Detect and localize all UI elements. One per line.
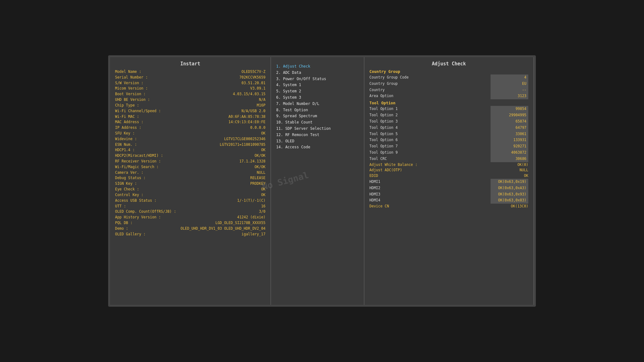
check-label: Country <box>369 87 385 93</box>
info-value: OLED_UHD_HDR_DV1_03 OLED_UHD_HDR_DV2_04 <box>180 226 265 232</box>
left-info-row: Camera Ver. :NULL <box>115 170 265 176</box>
info-label: App History Version : <box>115 215 161 220</box>
check-label: EDID <box>369 173 378 179</box>
check-row: Tool Option 199854 <box>369 106 528 112</box>
info-label: Wi-Fi/Magic Search : <box>115 164 158 170</box>
left-info-row: Model Name :OLED55C7V-Z <box>115 69 265 75</box>
info-value: LGTV20171=11001090785 <box>220 142 265 148</box>
check-row: Tool Option 365874 <box>369 118 528 125</box>
check-value: OK(0x63,0x19) <box>491 179 528 185</box>
left-info-row: RF Receiver Version :17.1.24.1328 <box>115 159 265 164</box>
right-panel-title: Adjust Check <box>369 61 528 67</box>
menu-item[interactable]: 5. System 2 <box>276 88 359 95</box>
menu-item[interactable]: 13. OLED <box>276 138 359 145</box>
check-row: HDMI4OK(0x63,0x83) <box>369 197 528 204</box>
check-label: Adjust ADC(OTP) <box>369 167 402 173</box>
menu-item[interactable]: 7. Model Number D/L <box>276 101 359 107</box>
menu-item[interactable]: 4. System 1 <box>276 82 359 88</box>
info-label: OLED Gallery : <box>115 232 146 237</box>
info-value: 0.0.0.0 <box>250 125 265 131</box>
left-info-row: UHD BE Version :N/A <box>115 97 265 103</box>
left-info-row: HDCP2(Miracast/HDMI) :OK/OK <box>115 153 265 159</box>
info-label: HDCP1.4 : <box>115 147 135 153</box>
check-label: Country Group Code <box>369 75 409 80</box>
check-value: 4 <box>491 74 528 81</box>
left-info-row: Wi-Fi MAC :A0:6F:AA:85:78:38 <box>115 114 265 120</box>
info-label: IP Address : <box>115 125 141 131</box>
check-value: OK(13C0) <box>491 204 528 209</box>
left-info-row: Eye Check :OK <box>115 187 265 192</box>
right-panel: Adjust Check Country GroupCountry Group … <box>364 57 534 305</box>
check-row: Adjust White Balance :OK(0) <box>369 162 528 168</box>
check-row: Tool CRC30686 <box>369 156 528 162</box>
menu-item[interactable]: 14. Access Code <box>276 144 359 151</box>
check-label: Area Option <box>369 93 393 99</box>
info-label: Chip Type : <box>115 103 139 108</box>
menu-item[interactable]: 12. RF Remocon Test <box>276 132 359 138</box>
info-value: 3/0 <box>259 209 265 215</box>
info-label: UTT : <box>115 204 126 209</box>
menu-item[interactable]: 2. ADC Data <box>276 70 359 76</box>
info-label: Micom Version : <box>115 86 148 91</box>
info-value: N/A/USB 2.0 <box>242 108 265 114</box>
info-label: HDCP2(Miracast/HDMI) : <box>115 153 163 159</box>
left-info-row: Serial Number :702KCCVK5659 <box>115 75 265 80</box>
info-value: PRODKEY <box>250 181 265 187</box>
menu-item[interactable]: 1. Adjust Check <box>276 63 359 70</box>
check-label: Tool Option 5 <box>369 131 398 137</box>
check-label: Tool Option 7 <box>369 144 398 149</box>
check-row: Tool Option 229904995 <box>369 112 528 118</box>
left-info-row: HDCP1.4 :OK <box>115 147 265 153</box>
left-info-row: Demo :OLED_UHD_HDR_DV1_03 OLED_UHD_HDR_D… <box>115 226 265 232</box>
left-info-row: OLED Gallery :igallery_17 <box>115 232 265 237</box>
info-label: Demo : <box>115 226 128 232</box>
left-info-row: Wi-Fi Channel/Speed :N/A/USB 2.0 <box>115 108 265 114</box>
info-label: RF Receiver Version : <box>115 159 161 164</box>
check-value: -- <box>491 87 528 93</box>
info-label: MAC Address : <box>115 119 143 125</box>
left-info-row: SFU Key :OK <box>115 131 265 136</box>
info-label: Widevine : <box>115 136 137 142</box>
info-label: Eye Check : <box>115 187 139 192</box>
left-info-row: Access USB Status :1/-1(T)/-1(C) <box>115 198 265 204</box>
check-row: Tool Option 464797 <box>369 125 528 131</box>
info-label: Serial Number : <box>115 75 148 80</box>
info-label: S/W Version : <box>115 80 143 86</box>
menu-item[interactable]: 9. Spread Spectrum <box>276 113 359 119</box>
check-label: Tool Option 6 <box>369 137 398 143</box>
info-value: OLED55C7V-Z <box>242 69 265 75</box>
check-row: HDMI3OK(0x63,0x93) <box>369 191 528 198</box>
tv-screen: Instart Model Name :OLED55C7V-ZSerial Nu… <box>108 55 536 307</box>
menu-item[interactable]: 6. System 3 <box>276 95 359 101</box>
menu-item[interactable]: 8. Test Option <box>276 107 359 113</box>
info-label: Model Name : <box>115 69 141 75</box>
menu-item[interactable]: 11. SDP Server Selection <box>276 126 359 132</box>
info-label: Camera Ver. : <box>115 170 143 176</box>
info-value: 14:C9:13:E4:E0:FE <box>229 119 266 125</box>
check-label: HDMI1 <box>369 179 380 185</box>
left-panel: Instart Model Name :OLED55C7V-ZSerial Nu… <box>110 57 271 305</box>
info-value: RELEASE <box>250 175 265 181</box>
menu-item[interactable]: 10. Stable Count <box>276 119 359 126</box>
info-value: 17.1.24.1328 <box>239 159 265 164</box>
left-info-row: Micom Version :V3.09.1 <box>115 86 265 91</box>
check-label: HDMI3 <box>369 192 380 197</box>
check-value: OK <box>491 173 528 179</box>
info-value: OK <box>261 131 265 136</box>
middle-items: 1. Adjust Check2. ADC Data3. Power On/Of… <box>276 63 359 151</box>
check-value: OK(0x63,0x93) <box>491 191 528 198</box>
check-label: Tool CRC <box>369 156 387 162</box>
check-label: Tool Option 4 <box>369 125 398 131</box>
left-info-row: Wi-Fi/Magic Search :OK/OK <box>115 164 265 170</box>
check-label: Tool Option 1 <box>369 106 398 112</box>
check-value: 65874 <box>491 118 528 125</box>
section-title: Tool Option <box>369 101 528 105</box>
info-value: 03.51.20.01 <box>242 80 265 86</box>
info-label: Access USB Status : <box>115 198 157 204</box>
menu-item[interactable]: 3. Power On/Off Status <box>276 76 359 82</box>
left-info-row: S/W Version :03.51.20.01 <box>115 80 265 86</box>
left-panel-title: Instart <box>115 61 265 67</box>
check-value: 64797 <box>491 125 528 131</box>
info-label: UHD BE Version : <box>115 97 150 103</box>
info-value: 4.03.15/4.03.15 <box>233 91 265 97</box>
